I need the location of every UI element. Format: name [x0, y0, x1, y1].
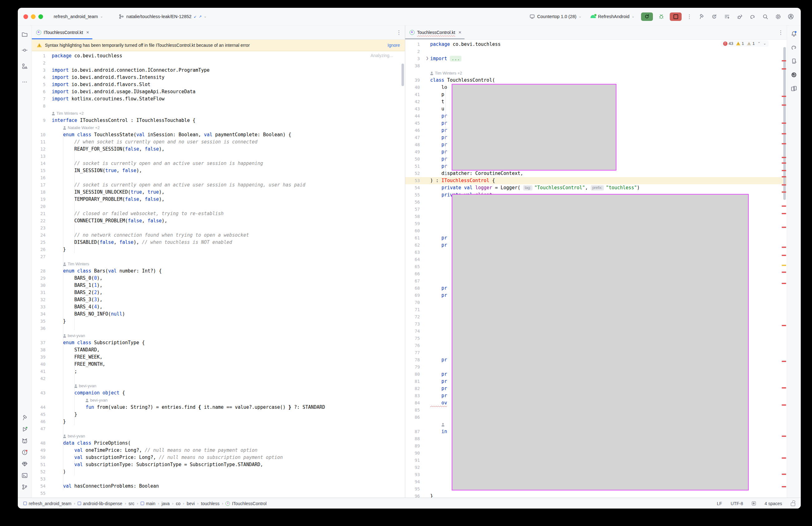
profiler-button[interactable]	[790, 71, 798, 78]
line-number[interactable]: 33	[32, 303, 45, 310]
code-line[interactable]: 44 fun from(value: String?) = entries.fi…	[32, 404, 405, 411]
zoom-window-button[interactable]	[38, 14, 43, 19]
line-number[interactable]: 27	[32, 253, 45, 260]
code-line[interactable]: 3❯import ...	[405, 55, 787, 62]
line-number[interactable]: 11	[32, 138, 45, 146]
line-number[interactable]: 45	[32, 411, 45, 418]
project-selector[interactable]: refresh_android_team ⌄	[51, 13, 105, 20]
indent-style-icon[interactable]	[752, 501, 756, 506]
apply-changes-button[interactable]: A	[710, 12, 719, 21]
line-number[interactable]: 80	[405, 371, 420, 378]
branch-selector[interactable]: natalie/touchless-leak/EN-12852 ↙ ↗ ⌄	[116, 12, 209, 21]
code-line[interactable]: 23	[32, 224, 405, 232]
error-stripe-mark[interactable]	[782, 283, 786, 284]
code-line[interactable]: 38	[405, 62, 787, 70]
error-stripe-mark[interactable]	[782, 157, 786, 158]
code-line[interactable]: 41 ;	[32, 368, 405, 375]
code-line[interactable]: 2	[405, 48, 787, 55]
code-line[interactable]: 40 FREE_MONTH,	[32, 361, 405, 368]
line-number[interactable]: 28	[32, 267, 45, 275]
code-line[interactable]: 54 private val logger = Logger( tag:"Tou…	[405, 184, 787, 191]
rerun-button[interactable]	[641, 13, 653, 21]
encoding-indicator[interactable]: UTF-8	[730, 501, 743, 506]
project-tool-button[interactable]	[21, 31, 28, 38]
line-number[interactable]: 42	[405, 98, 420, 105]
code-line[interactable]: 96}	[405, 493, 787, 498]
line-number[interactable]: 31	[32, 289, 45, 296]
line-number[interactable]: 82	[405, 385, 420, 392]
line-number[interactable]: 89	[405, 442, 420, 450]
line-number[interactable]: 40	[32, 361, 45, 368]
code-line[interactable]: 19 TEMPORARY_PROBLEM(false, false),	[32, 196, 405, 203]
code-line[interactable]: 12 READY_FOR_SESSION(false, false),	[32, 146, 405, 153]
line-number[interactable]: 18	[32, 189, 45, 196]
code-line[interactable]: 14 // socket is currently open and an ac…	[32, 160, 405, 167]
line-number[interactable]: 30	[32, 282, 45, 289]
line-number[interactable]: 54	[32, 483, 45, 490]
line-number[interactable]: 64	[405, 256, 420, 263]
line-number[interactable]: 29	[32, 275, 45, 282]
line-number[interactable]: 84	[405, 399, 420, 407]
code-line[interactable]: 16	[32, 174, 405, 181]
line-number[interactable]: 65	[405, 263, 420, 270]
error-stripe-mark[interactable]	[782, 436, 786, 437]
line-number[interactable]: 48	[405, 141, 420, 148]
line-number[interactable]: 20	[32, 203, 45, 210]
line-number[interactable]: 39	[32, 354, 45, 361]
unlock-icon[interactable]	[791, 502, 795, 506]
app-quality-insights-tool-button[interactable]	[21, 460, 28, 468]
error-stripe-mark[interactable]	[782, 457, 786, 459]
error-stripe-mark[interactable]	[782, 104, 786, 106]
error-stripe-mark[interactable]	[782, 170, 786, 171]
gradle-tool-button[interactable]	[790, 44, 798, 51]
attach-debugger-button[interactable]	[735, 12, 744, 21]
line-number[interactable]: 77	[405, 349, 420, 356]
code-line[interactable]: 38 STANDARD,	[32, 347, 405, 354]
run-tool-button[interactable]	[21, 426, 28, 433]
line-number[interactable]: 13	[32, 153, 45, 160]
line-number[interactable]: 2	[405, 48, 420, 55]
minimize-window-button[interactable]	[31, 14, 35, 19]
author-inlay-hint[interactable]: Tim Winters +2	[32, 110, 405, 117]
line-number[interactable]: 22	[32, 217, 45, 224]
close-tab-icon[interactable]: ✕	[458, 30, 461, 34]
code-line[interactable]: 37 enum class SubscriptionType {	[32, 339, 405, 347]
line-number[interactable]: 38	[32, 347, 45, 354]
code-line[interactable]: 9interface ITouchlessControl : ITouchles…	[32, 117, 405, 124]
line-number[interactable]: 21	[32, 210, 45, 217]
author-inlay-hint[interactable]: Natalie Waxler +2	[32, 124, 405, 131]
code-line[interactable]: 21 // closed or failed websocket, trying…	[32, 210, 405, 217]
code-line[interactable]: 51 val subscriptionType: SubscriptionTyp…	[32, 461, 405, 468]
debug-button[interactable]	[657, 12, 666, 21]
line-number[interactable]: 39	[405, 77, 420, 84]
line-number[interactable]: 9	[32, 117, 45, 124]
code-line[interactable]: 45 }	[32, 411, 405, 418]
breadcrumb-item[interactable]: android-lib-dispense	[78, 501, 122, 506]
code-line[interactable]: 34 BARS_NO_INFO(null)	[32, 310, 405, 318]
line-number[interactable]: 70	[405, 299, 420, 306]
error-stripe-mark[interactable]	[782, 387, 786, 389]
line-number[interactable]: 85	[405, 407, 420, 414]
line-number[interactable]: 61	[405, 234, 420, 242]
line-number[interactable]: 42	[32, 375, 45, 382]
line-number[interactable]: 51	[32, 461, 45, 468]
line-number[interactable]: 72	[405, 313, 420, 321]
line-number[interactable]: 44	[32, 404, 45, 411]
line-number[interactable]: 66	[405, 270, 420, 278]
left-editor[interactable]: 1package co.bevi.touchless23import io.be…	[32, 51, 405, 498]
line-number[interactable]: 4	[32, 74, 45, 81]
line-number[interactable]: 34	[32, 310, 45, 318]
error-stripe-mark[interactable]	[782, 405, 786, 406]
line-number[interactable]: 56	[405, 199, 420, 206]
code-line[interactable]: 17 // socket is currently open and an ac…	[32, 181, 405, 189]
code-line[interactable]: 53	[32, 476, 405, 483]
code-line[interactable]: 7import kotlinx.coroutines.flow.StateFlo…	[32, 96, 405, 103]
error-stripe-mark[interactable]	[782, 122, 786, 124]
line-number[interactable]: 91	[405, 457, 420, 464]
line-number[interactable]: 53	[405, 177, 420, 184]
code-line[interactable]: 31 BARS_2(2),	[32, 289, 405, 296]
code-line[interactable]: 20	[32, 203, 405, 210]
error-stripe-mark[interactable]	[782, 60, 786, 61]
line-number[interactable]: 16	[32, 174, 45, 181]
code-line[interactable]: 54 val hasConnectionProblems: Boolean	[32, 483, 405, 490]
